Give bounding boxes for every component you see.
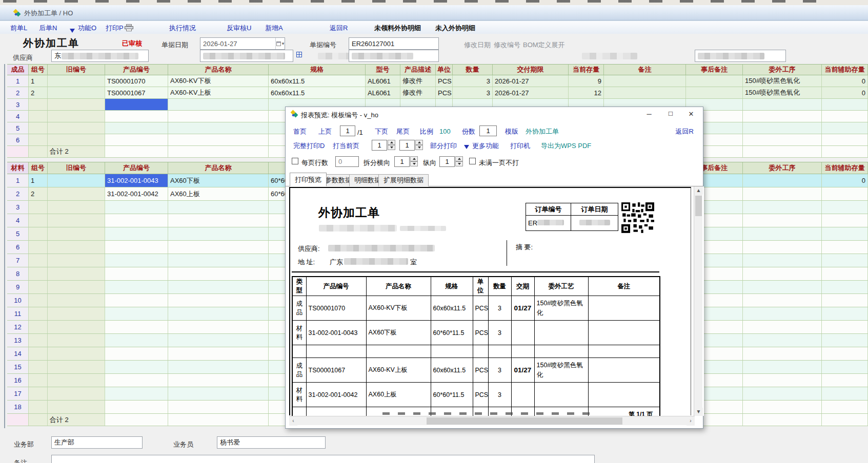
grid-cell[interactable]: 12: [569, 87, 604, 98]
grid-cell[interactable]: [48, 87, 105, 98]
grid-cell[interactable]: [105, 387, 168, 400]
grid-cell[interactable]: [105, 281, 168, 293]
grid-cell[interactable]: [168, 281, 269, 293]
grid-cell[interactable]: [29, 227, 48, 240]
function-button[interactable]: 功能O: [78, 24, 96, 33]
grid-cell[interactable]: [822, 201, 868, 214]
grid-cell[interactable]: [743, 401, 822, 413]
maximize-button[interactable]: ☐: [663, 110, 678, 119]
grid-cell[interactable]: [48, 241, 105, 254]
function-dropdown-arrow-icon[interactable]: [70, 25, 75, 34]
grid-cell[interactable]: PCS: [436, 75, 453, 87]
remark-textarea[interactable]: [51, 455, 595, 463]
vertical-input[interactable]: 1: [439, 156, 455, 167]
printer-select-button[interactable]: 打印机: [510, 141, 530, 151]
dialog-title-bar[interactable]: 报表预览: 模板编号 - v_ho ─ ☐ ✕: [286, 107, 703, 121]
row-number-cell[interactable]: 1: [7, 174, 29, 187]
grid-cell[interactable]: 0: [822, 75, 868, 87]
print-from-input[interactable]: 1: [372, 140, 387, 151]
grid-cell[interactable]: [29, 99, 48, 110]
grid-cell[interactable]: [168, 334, 269, 347]
grid-cell[interactable]: [105, 214, 168, 227]
grid-cell[interactable]: [105, 361, 168, 373]
grid-cell[interactable]: [822, 294, 868, 307]
row-number-cell[interactable]: 5: [7, 227, 29, 240]
print-from-spinner[interactable]: [388, 140, 395, 151]
grid-cell[interactable]: 3: [453, 87, 493, 98]
grid-cell[interactable]: [29, 307, 48, 320]
export-wps-pdf-button[interactable]: 导出为WPS PDF: [541, 141, 591, 151]
redacted-field-1[interactable]: [200, 50, 293, 62]
first-page-button[interactable]: 首页: [293, 127, 307, 136]
grid-cell[interactable]: AX60-KV下板: [168, 75, 269, 87]
grid-cell[interactable]: [29, 267, 48, 280]
grid-cell[interactable]: [743, 187, 822, 200]
grid-cell[interactable]: [105, 201, 168, 214]
order-date-input[interactable]: 2026-01-27 ▾: [200, 37, 285, 50]
row-number-cell[interactable]: 12: [7, 321, 29, 333]
grid-cell[interactable]: [604, 75, 686, 87]
grid-cell[interactable]: [743, 387, 822, 400]
grid-cell[interactable]: [743, 122, 822, 134]
grid-cell[interactable]: [105, 347, 168, 360]
not-full-page-checkbox[interactable]: [469, 158, 476, 164]
copies-input[interactable]: 1: [479, 125, 497, 136]
grid-cell[interactable]: [743, 347, 822, 360]
more-functions-arrow-icon[interactable]: [464, 142, 469, 150]
grid-cell[interactable]: [168, 99, 269, 110]
grid-cell[interactable]: [29, 374, 48, 387]
grid-cell[interactable]: [48, 361, 105, 373]
grid-cell[interactable]: [168, 254, 269, 267]
grid-cell[interactable]: AX60-KV上板: [168, 87, 269, 98]
last-page-button[interactable]: 尾页: [396, 127, 410, 136]
lookup-grid-icon[interactable]: [296, 52, 302, 57]
grid-cell[interactable]: [48, 214, 105, 227]
grid-cell[interactable]: 2026-01-27: [493, 75, 569, 87]
print-current-button[interactable]: 打当前页: [333, 141, 359, 151]
selected-grid-cell[interactable]: [105, 99, 168, 110]
grid-cell[interactable]: [105, 254, 168, 267]
grid-cell[interactable]: 2: [29, 87, 48, 98]
grid-cell[interactable]: [743, 227, 822, 240]
menu-bar[interactable]: [0, 0, 868, 5]
grid-cell[interactable]: [168, 307, 269, 320]
supplier-input[interactable]: 东: [51, 50, 149, 62]
calendar-dropdown-icon[interactable]: ▾: [275, 38, 285, 49]
next-order-button[interactable]: 后单N: [39, 24, 57, 33]
grid-cell[interactable]: [48, 307, 105, 320]
grid-cell[interactable]: [168, 347, 269, 360]
grid-cell[interactable]: 31-002-001-0042: [105, 187, 168, 200]
grid-cell[interactable]: [743, 334, 822, 347]
unaudit-button[interactable]: 反审核U: [227, 24, 251, 33]
grid-cell[interactable]: [686, 75, 743, 87]
grid-cell[interactable]: TS00001067: [105, 87, 168, 98]
grid-cell[interactable]: [29, 214, 48, 227]
grid-cell[interactable]: [822, 387, 868, 400]
grid-cell[interactable]: [29, 361, 48, 373]
grid-cell[interactable]: 150#喷砂黑色氧化: [743, 87, 822, 98]
scroll-down-arrow[interactable]: ▼: [694, 408, 703, 416]
grid-cell[interactable]: [168, 227, 269, 240]
grid-cell[interactable]: [48, 75, 105, 87]
page-number-input[interactable]: 1: [340, 125, 355, 136]
grid-cell[interactable]: [48, 267, 105, 280]
grid-cell[interactable]: [168, 201, 269, 214]
grid-cell[interactable]: [822, 99, 868, 110]
grid-cell[interactable]: [48, 187, 105, 200]
printer-icon[interactable]: [125, 24, 133, 31]
grid-cell[interactable]: [105, 267, 168, 280]
grid-cell[interactable]: AL6061: [366, 87, 400, 98]
row-number-cell[interactable]: 6: [7, 241, 29, 254]
grid-cell[interactable]: [48, 227, 105, 240]
grid-cell[interactable]: 2: [29, 187, 48, 200]
add-new-button[interactable]: 新增A: [265, 24, 283, 33]
row-number-cell[interactable]: 14: [7, 347, 29, 360]
grid-cell[interactable]: [168, 241, 269, 254]
grid-cell[interactable]: 修改件: [400, 87, 436, 98]
grid-cell[interactable]: [743, 307, 822, 320]
more-functions-button[interactable]: 更多功能: [472, 141, 499, 151]
grid-cell[interactable]: [168, 122, 269, 134]
rows-per-page-checkbox[interactable]: [292, 158, 298, 164]
row-number-cell[interactable]: 10: [7, 294, 29, 307]
grid-cell[interactable]: [48, 99, 105, 110]
